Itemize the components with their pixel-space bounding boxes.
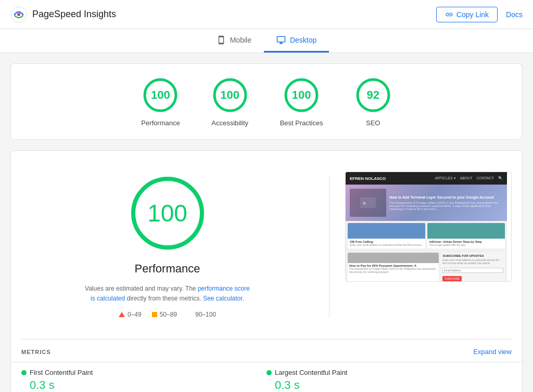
score-circle-seo: 92	[354, 76, 392, 114]
detail-top: 100 Performance Values are estimated and…	[21, 166, 512, 329]
docs-link[interactable]: Docs	[506, 10, 523, 19]
metric-lcp-name-row: Largest Contentful Paint	[266, 369, 512, 376]
ws-article-text: The Department of Foreign Affairs (DFA) …	[349, 267, 437, 273]
ws-hero-title: How to Add Terminal Layer Secured to you…	[389, 195, 503, 200]
score-label-accessibility: Accessibility	[211, 119, 248, 127]
legend-item-average: 50–89	[152, 311, 177, 318]
app-title: PageSpeed Insights	[32, 9, 116, 20]
score-item-performance: 100 Performance	[141, 76, 180, 127]
metric-fcp-value: 0.3 s	[30, 378, 266, 392]
legend-range-fail: 0–49	[128, 311, 142, 318]
copy-link-label: Copy Link	[456, 10, 489, 19]
main-content: 100 Performance 100 Accessibility	[0, 53, 533, 392]
score-value-performance: 100	[151, 88, 170, 102]
scores-row: 100 Performance 100 Accessibility	[23, 76, 510, 127]
ws-hero-subtitle: The Department of Foreign Affairs (DFA) …	[389, 201, 503, 211]
tab-desktop-label: Desktop	[290, 36, 316, 44]
score-circle-performance: 100	[142, 76, 179, 114]
ws-subscribe-button[interactable]: SUBSCRIBE	[442, 276, 462, 281]
metric-fcp-name-row: First Contentful Paint	[21, 369, 266, 376]
tab-mobile[interactable]: Mobile	[204, 29, 264, 53]
tab-mobile-label: Mobile	[230, 36, 251, 44]
metric-fcp-name: First Contentful Paint	[30, 369, 93, 376]
detail-card: 100 Performance Values are estimated and…	[10, 150, 523, 392]
average-icon	[152, 312, 157, 317]
score-item-seo: 92 SEO	[354, 76, 392, 127]
detail-left: 100 Performance Values are estimated and…	[21, 166, 313, 329]
ws-nav-contact: CONTACT	[477, 176, 494, 180]
score-value-seo: 92	[367, 88, 379, 102]
ws-header-bar: EFREN NOLASCO ARTICLES ▾ ABOUT CONTACT 🔍	[346, 172, 507, 185]
header-left: PageSpeed Insights	[10, 6, 116, 23]
score-circle-best-practices: 100	[283, 76, 320, 114]
ws-card-text-2: How to get started with the app	[429, 243, 503, 247]
copy-link-button[interactable]: Copy Link	[436, 7, 498, 22]
big-score-value: 100	[147, 199, 187, 227]
description-text: Values are estimated and may vary. The	[85, 285, 196, 292]
description-text2: directly from these metrics.	[126, 295, 201, 302]
expand-view-link[interactable]: Expand view	[473, 348, 512, 356]
ws-card-image-2	[427, 223, 505, 239]
link-icon	[445, 10, 453, 19]
metric-lcp: Largest Contentful Paint 0.3 s	[266, 362, 512, 392]
metrics-section-label: METRICS	[21, 349, 51, 355]
score-item-accessibility: 100 Accessibility	[211, 76, 249, 127]
ws-nav-about: ABOUT	[460, 176, 473, 180]
header: PageSpeed Insights Copy Link Docs	[0, 0, 533, 29]
scores-card: 100 Performance 100 Accessibility	[10, 63, 523, 140]
ws-cards-grid: GB Free Calling Enter your email address…	[346, 221, 507, 251]
tab-desktop[interactable]: Desktop	[264, 29, 329, 53]
ws-card-image-1	[348, 223, 425, 239]
metric-lcp-name: Largest Contentful Paint	[275, 369, 347, 376]
ws-card-body-2: InDriver: Urban Driver Step by Step How …	[427, 239, 505, 249]
big-score-circle: 100	[131, 177, 204, 250]
ws-logo-text: EFREN NOLASCO	[350, 176, 386, 181]
ws-article-img	[348, 253, 439, 263]
ws-card-1: GB Free Calling Enter your email address…	[348, 223, 425, 249]
metric-fcp-dot	[21, 370, 27, 375]
website-screenshot-container: EFREN NOLASCO ARTICLES ▾ ABOUT CONTACT 🔍	[345, 172, 512, 282]
calculator-link[interactable]: See calculator.	[203, 295, 244, 302]
ws-card-2: InDriver: Urban Driver Step by Step How …	[427, 223, 505, 249]
website-screenshot: EFREN NOLASCO ARTICLES ▾ ABOUT CONTACT 🔍	[346, 172, 507, 281]
score-label-performance: Performance	[141, 119, 180, 127]
desktop-icon	[276, 35, 286, 45]
psi-logo-icon	[10, 6, 27, 23]
detail-title: Performance	[135, 262, 200, 276]
metric-lcp-dot	[266, 370, 272, 375]
score-item-best-practices: 100 Best Practices	[280, 76, 323, 127]
metrics-grid: First Contentful Paint 0.3 s Largest Con…	[21, 362, 512, 392]
svg-text:»: »	[363, 200, 366, 206]
ws-bottom-section: How to Pay for DFA Passport Appointment:…	[346, 251, 507, 282]
legend: 0–49 50–89 90–100	[119, 311, 216, 318]
metrics-header: METRICS Expand view	[21, 339, 512, 362]
ws-subscribe-input[interactable]	[442, 268, 503, 273]
ws-hero-icon: »	[360, 198, 376, 208]
fail-icon	[119, 312, 125, 317]
svg-point-1	[17, 13, 20, 16]
header-right: Copy Link Docs	[436, 7, 523, 22]
ws-hero-section: » How to Add Terminal Layer Secured to y…	[346, 185, 507, 221]
ws-subscribe-text: Enter your email address to subscribe an…	[442, 258, 503, 265]
score-label-best-practices: Best Practices	[280, 119, 323, 127]
legend-range-pass: 90–100	[195, 311, 216, 318]
vertical-divider	[329, 177, 329, 318]
ws-nav-articles: ARTICLES ▾	[435, 176, 456, 180]
score-circle-accessibility: 100	[211, 76, 249, 114]
ws-card-text-1: Enter your email address to subscribe an…	[350, 243, 423, 247]
ws-nav: ARTICLES ▾ ABOUT CONTACT 🔍	[435, 176, 503, 180]
score-value-accessibility: 100	[220, 88, 239, 102]
ws-subscribe-section: SUBSCRIBE FOR UPDATES Enter your email a…	[441, 253, 505, 282]
legend-range-average: 50–89	[160, 311, 177, 318]
ws-nav-search: 🔍	[498, 176, 503, 180]
legend-item-fail: 0–49	[119, 311, 142, 318]
metric-lcp-value: 0.3 s	[275, 378, 512, 392]
ws-article-body: How to Pay for DFA Passport Appointment:…	[348, 263, 439, 275]
ws-bottom-article: How to Pay for DFA Passport Appointment:…	[348, 253, 439, 282]
pass-icon	[187, 312, 193, 317]
detail-description: Values are estimated and may vary. The p…	[84, 284, 251, 304]
tabs-bar: Mobile Desktop	[0, 29, 533, 53]
ws-subscribe-title: SUBSCRIBE FOR UPDATES	[442, 254, 503, 257]
ws-hero-image: »	[350, 189, 386, 217]
mobile-icon	[217, 35, 226, 45]
